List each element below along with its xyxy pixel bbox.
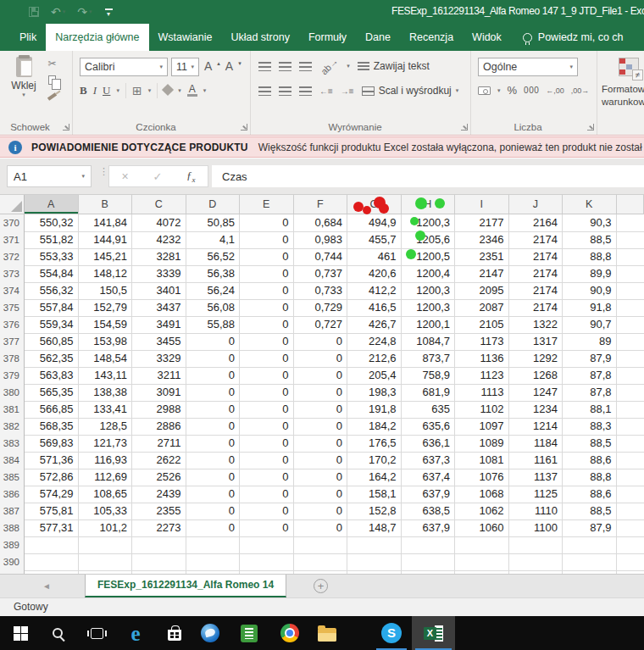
cell[interactable]: 153,98	[79, 333, 133, 351]
cell[interactable]: 638,5	[402, 503, 456, 520]
taskbar-thunderbird-button[interactable]	[192, 616, 229, 650]
cell[interactable]	[79, 553, 133, 571]
cell[interactable]: 1184	[509, 435, 564, 453]
cell[interactable]: 559,34	[25, 316, 79, 334]
cell[interactable]: 0	[186, 519, 241, 537]
cell[interactable]: 0	[240, 384, 294, 402]
cell[interactable]	[617, 231, 644, 249]
decrease-indent-button[interactable]: ←≡	[319, 86, 333, 96]
cell[interactable]: 3339	[132, 265, 186, 283]
cell[interactable]: 0,684	[294, 214, 348, 232]
cell[interactable]: 2087	[455, 299, 509, 317]
cell[interactable]: 0	[240, 519, 294, 537]
cell[interactable]: 416,5	[347, 299, 402, 317]
cell[interactable]: 2174	[509, 231, 564, 249]
taskbar-excel-button[interactable]: X	[412, 616, 455, 650]
cell[interactable]: 681,9	[402, 384, 456, 402]
cell[interactable]: 1200,4	[402, 265, 456, 283]
cell[interactable]: 116,93	[79, 452, 133, 469]
cell[interactable]: 1173	[455, 333, 509, 351]
cell[interactable]	[455, 536, 509, 554]
column-header-B[interactable]: B	[79, 195, 133, 214]
cell[interactable]: 0	[240, 282, 294, 300]
paste-button[interactable]: Wklej ▾	[5, 57, 42, 98]
ribbon-tab-plik[interactable]: Plik	[10, 24, 46, 51]
cell[interactable]: 0	[240, 418, 294, 436]
cell[interactable]: 133,41	[79, 401, 133, 419]
cell[interactable]: 568,35	[25, 418, 79, 436]
cell[interactable]: 164,2	[347, 469, 402, 486]
font-color-button[interactable]: A	[187, 85, 197, 97]
cell[interactable]: 0	[240, 469, 294, 486]
row-header[interactable]: 389	[0, 536, 25, 554]
cell[interactable]	[617, 316, 644, 334]
cell[interactable]: 635,6	[402, 418, 456, 436]
row-header[interactable]: 379	[0, 367, 25, 385]
cell[interactable]: 426,7	[347, 316, 402, 334]
cell[interactable]: 1123	[455, 367, 509, 385]
row-header[interactable]: 377	[0, 333, 25, 351]
cell[interactable]: 88,5	[563, 435, 617, 453]
cell[interactable]: 556,32	[25, 282, 79, 300]
cell[interactable]: 553,33	[25, 248, 79, 266]
column-header-K[interactable]: K	[563, 195, 617, 214]
cell[interactable]: 1125	[509, 486, 564, 503]
cell[interactable]: 0	[186, 350, 241, 368]
cell[interactable]: 1060	[455, 519, 509, 537]
row-header[interactable]: 381	[0, 401, 25, 419]
row-header[interactable]: 382	[0, 418, 25, 436]
cell[interactable]: 0	[186, 367, 241, 385]
cell[interactable]: 637,3	[402, 452, 456, 469]
insert-function-button[interactable]: ƒx	[186, 169, 196, 184]
cell[interactable]: 637,4	[402, 469, 456, 486]
cell[interactable]	[509, 536, 564, 554]
cell[interactable]: 0	[294, 384, 348, 402]
decrease-decimal-button[interactable]: ,00→	[571, 86, 590, 95]
redo-button[interactable]: ↷▾	[77, 4, 92, 19]
cell[interactable]: 2174	[509, 282, 564, 300]
cell[interactable]	[617, 519, 644, 537]
cell[interactable]: 1089	[455, 435, 509, 453]
italic-button[interactable]: I	[93, 84, 97, 97]
cell[interactable]: 2346	[455, 231, 509, 249]
alignment-dialog-launcher[interactable]	[461, 124, 468, 131]
row-header[interactable]: 376	[0, 316, 25, 334]
cell[interactable]: 1205,6	[402, 231, 456, 249]
row-header[interactable]: 371	[0, 231, 25, 249]
cell[interactable]	[402, 536, 456, 554]
cell[interactable]: 152,8	[347, 503, 402, 520]
number-dialog-launcher[interactable]	[587, 124, 594, 131]
cell[interactable]: 2355	[132, 503, 186, 520]
align-right-button[interactable]	[299, 86, 312, 96]
cell[interactable]: 0	[186, 486, 241, 503]
cell[interactable]: 1102	[455, 401, 509, 419]
cell[interactable]: 3455	[132, 333, 186, 351]
cell[interactable]: 1081	[455, 452, 509, 469]
borders-button[interactable]: ⊞	[132, 85, 142, 97]
cell[interactable]: 88,5	[563, 231, 617, 249]
cell[interactable]: 461	[347, 248, 402, 266]
cell[interactable]: 88,3	[563, 418, 617, 436]
underline-button[interactable]: U	[103, 84, 110, 97]
cell[interactable]: 2886	[132, 418, 186, 436]
row-header[interactable]: 373	[0, 265, 25, 283]
row-header[interactable]: 388	[0, 519, 25, 537]
increase-indent-button[interactable]: →≡	[341, 86, 354, 96]
row-header[interactable]: 374	[0, 282, 25, 300]
cell[interactable]: 575,81	[25, 503, 79, 520]
cell[interactable]: 0	[186, 503, 241, 520]
column-header-partial[interactable]	[617, 195, 644, 214]
cell[interactable]: 0	[186, 435, 241, 453]
cell[interactable]: 0	[186, 401, 241, 419]
cell[interactable]	[617, 333, 644, 351]
cell[interactable]: 554,84	[25, 265, 79, 283]
cell[interactable]	[25, 536, 79, 554]
cell[interactable]: 88,8	[563, 248, 617, 266]
column-header-F[interactable]: F	[294, 195, 348, 214]
cell[interactable]: 1200,3	[402, 214, 456, 232]
cell[interactable]: 2988	[132, 401, 186, 419]
cell[interactable]: 0	[186, 469, 241, 486]
cell[interactable]: 0	[294, 452, 348, 469]
tell-me-box[interactable]: Powiedz mi, co ch	[511, 24, 624, 51]
cell[interactable]: 565,35	[25, 384, 79, 402]
